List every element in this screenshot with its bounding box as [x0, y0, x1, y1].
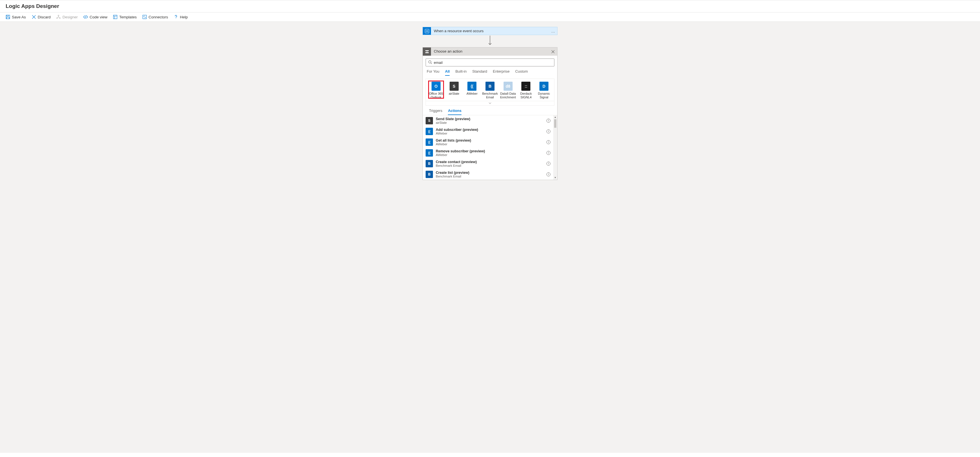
- action-row[interactable]: ((Get all lists (preview)AWeberi: [423, 137, 553, 147]
- connector-grid: OOffice 365OutlookSairSlate((AWeberBBenc…: [426, 79, 554, 101]
- search-icon: [428, 60, 432, 65]
- action-title: Add subscriber (preview): [436, 128, 544, 132]
- svg-point-12: [429, 61, 431, 63]
- svg-rect-11: [425, 52, 429, 53]
- info-icon[interactable]: i: [546, 161, 550, 166]
- action-row-icon: ((: [426, 128, 433, 135]
- connector-derdack[interactable]: ::DerdackSIGNL4: [517, 81, 535, 99]
- expand-connectors-button[interactable]: [426, 101, 554, 105]
- templates-button[interactable]: Templates: [113, 15, 137, 19]
- scroll-up-icon[interactable]: ▲: [553, 115, 557, 119]
- action-row-text: Create contact (preview)Benchmark Email: [436, 160, 544, 167]
- svg-rect-8: [425, 29, 429, 33]
- action-title: Get all lists (preview): [436, 139, 544, 142]
- svg-point-9: [426, 30, 428, 32]
- action-title: Send Slate (preview): [436, 117, 544, 121]
- connector-label-2: SIGNL4: [517, 96, 535, 99]
- tab-enterprise[interactable]: Enterprise: [493, 69, 509, 76]
- connector-benchmark[interactable]: BBenchmarkEmail: [481, 81, 499, 99]
- tab-built-in[interactable]: Built-in: [455, 69, 466, 76]
- trigger-title: When a resource event occurs: [431, 27, 549, 35]
- connector-label-2: Signal: [535, 96, 553, 99]
- action-row-text: Get all lists (preview)AWeber: [436, 139, 544, 146]
- connector-data8-data[interactable]: d8Data8 DataEnrichment: [499, 81, 517, 99]
- connector-icon: S: [450, 81, 459, 91]
- action-row[interactable]: BCreate contact (preview)Benchmark Email…: [423, 158, 553, 169]
- connector-icon: D: [539, 81, 549, 91]
- designer-icon: [56, 15, 61, 19]
- code-view-button[interactable]: Code view: [83, 15, 107, 19]
- page-title: Logic Apps Designer: [0, 0, 980, 13]
- connectors-icon: [142, 15, 147, 19]
- connector-label-2: Enrichment: [499, 96, 517, 99]
- help-button[interactable]: Help: [174, 15, 188, 19]
- trigger-action-tabs: Triggers Actions: [426, 106, 554, 115]
- tab-triggers[interactable]: Triggers: [429, 109, 442, 115]
- info-icon[interactable]: i: [546, 173, 550, 176]
- connectors-button[interactable]: Connectors: [142, 15, 168, 19]
- action-title: Remove subscriber (preview): [436, 149, 544, 153]
- connectors-label: Connectors: [148, 15, 168, 19]
- action-title: Create contact (preview): [436, 160, 544, 164]
- connector-airslate[interactable]: SairSlate: [445, 81, 463, 99]
- info-icon[interactable]: i: [546, 129, 550, 133]
- designer-button: Designer: [56, 15, 78, 19]
- info-icon[interactable]: i: [546, 119, 550, 123]
- designer-canvas: When a resource event occurs … Choose an…: [0, 22, 980, 453]
- connector-dynamic[interactable]: DDynamicSignal: [535, 81, 553, 99]
- panel-close-button[interactable]: [549, 48, 557, 56]
- action-row-text: Send Slate (preview)airSlate: [436, 117, 544, 125]
- svg-rect-2: [7, 17, 9, 19]
- connector-office-365[interactable]: OOffice 365Outlook: [427, 81, 445, 99]
- tab-standard[interactable]: Standard: [472, 69, 487, 76]
- action-row[interactable]: ((Add subscriber (preview)AWeberi: [423, 126, 553, 137]
- connector-label-2: Email: [481, 96, 499, 99]
- discard-button[interactable]: Discard: [32, 15, 51, 19]
- panel-title: Choose an action: [431, 48, 549, 56]
- scrollbar[interactable]: ▲ ▼: [553, 115, 557, 180]
- connector-icon: ((: [468, 81, 476, 91]
- connector-aweber[interactable]: ((AWeber: [463, 81, 481, 99]
- discard-label: Discard: [38, 15, 51, 19]
- choose-action-panel: Choose an action For You All Built-in St…: [423, 47, 557, 180]
- tab-for-you[interactable]: For You: [427, 69, 439, 76]
- action-row-text: Add subscriber (preview)AWeber: [436, 128, 544, 135]
- help-icon: [174, 15, 178, 19]
- connector-label: Benchmark: [481, 92, 499, 96]
- tab-actions[interactable]: Actions: [448, 109, 461, 115]
- action-row-icon: S: [426, 117, 433, 125]
- trigger-context-menu[interactable]: …: [549, 27, 557, 35]
- connector-icon: d8: [504, 81, 512, 91]
- tab-custom[interactable]: Custom: [515, 69, 528, 76]
- connector-label: AWeber: [463, 92, 481, 96]
- flow-arrow-icon: [423, 35, 557, 47]
- connector-icon: ::: [521, 81, 530, 91]
- action-row[interactable]: BCreate list (preview)Benchmark Emaili: [423, 169, 553, 180]
- info-icon[interactable]: i: [546, 151, 550, 155]
- svg-point-3: [58, 15, 59, 16]
- save-as-button[interactable]: Save As: [6, 15, 26, 19]
- action-row[interactable]: ((Remove subscriber (preview)AWeberi: [423, 147, 553, 158]
- svg-rect-6: [113, 15, 117, 19]
- code-icon: [83, 15, 88, 19]
- action-row-text: Remove subscriber (preview)AWeber: [436, 149, 544, 157]
- action-row-icon: ((: [426, 139, 433, 146]
- code-view-label: Code view: [89, 15, 107, 19]
- action-list: SSend Slate (preview)airSlatei((Add subs…: [423, 115, 553, 180]
- tab-all[interactable]: All: [445, 69, 450, 76]
- search-input[interactable]: [434, 61, 552, 65]
- trigger-card[interactable]: When a resource event occurs …: [423, 27, 557, 35]
- templates-icon: [113, 15, 118, 19]
- connector-label: Office 365: [427, 92, 445, 96]
- designer-label: Designer: [62, 15, 78, 19]
- action-icon: [423, 48, 431, 56]
- action-title: Create list (preview): [436, 171, 544, 175]
- scroll-down-icon[interactable]: ▼: [553, 176, 557, 180]
- action-row[interactable]: SSend Slate (preview)airSlatei: [423, 115, 553, 126]
- action-subtitle: AWeber: [436, 142, 544, 146]
- templates-label: Templates: [119, 15, 137, 19]
- info-icon[interactable]: i: [546, 140, 550, 144]
- action-subtitle: AWeber: [436, 153, 544, 157]
- svg-rect-10: [425, 50, 429, 51]
- scrollbar-thumb[interactable]: [554, 119, 556, 128]
